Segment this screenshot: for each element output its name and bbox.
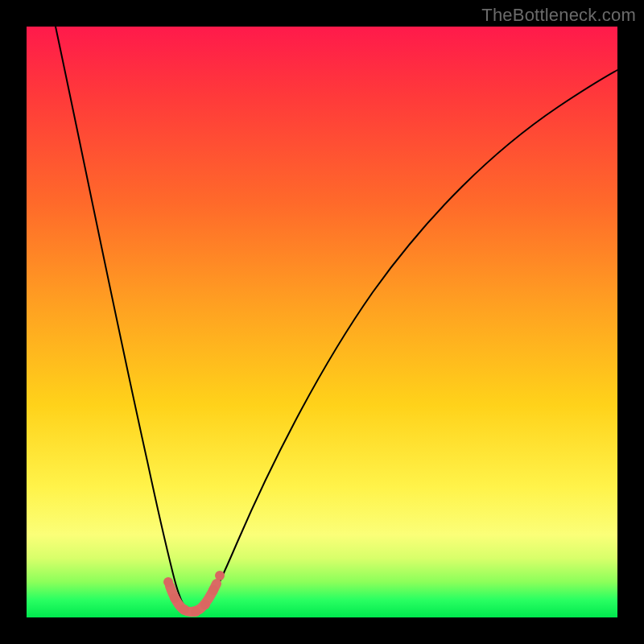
min-dot [163,577,173,587]
plot-area [27,27,617,617]
min-dot [180,605,189,614]
min-dot [170,593,180,603]
min-dot [215,571,225,580]
watermark-text: TheBottleneck.com [481,5,636,26]
chart-frame: TheBottleneck.com [0,0,644,644]
curve-svg [27,27,617,617]
min-dot [200,600,210,609]
min-dot [191,607,200,617]
min-dot [208,585,218,595]
bottleneck-curve [56,27,617,614]
